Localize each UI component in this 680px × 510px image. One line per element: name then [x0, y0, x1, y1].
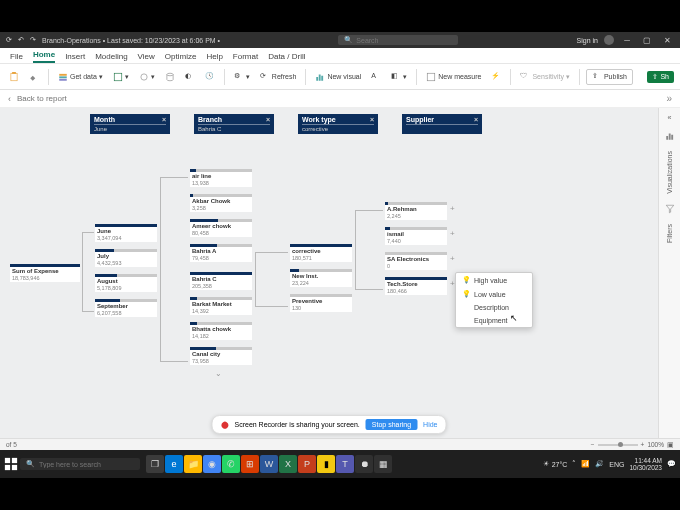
undo-icon[interactable]: ↶ [18, 36, 24, 44]
zoom-slider[interactable] [598, 444, 638, 446]
expand-plus-icon[interactable]: + [450, 204, 455, 213]
expand-down-icon[interactable]: ⌄ [215, 369, 222, 378]
tree-node-branch-selected[interactable]: Bahria C205,358 [190, 272, 252, 290]
tree-node-worktype[interactable]: Preventive130 [290, 294, 352, 312]
tab-view[interactable]: View [138, 50, 155, 63]
expand-plus-icon[interactable]: + [450, 229, 455, 238]
tab-file[interactable]: File [10, 50, 23, 63]
zoom-in-button[interactable]: + [641, 441, 645, 448]
language-icon[interactable]: ENG [609, 461, 624, 468]
tab-help[interactable]: Help [206, 50, 222, 63]
tree-node-branch[interactable]: Canal city73,958 [190, 347, 252, 365]
ctx-equipment[interactable]: Equipment [456, 314, 532, 327]
tree-node-branch[interactable]: Akbar Chowk3,258 [190, 194, 252, 212]
header-branch[interactable]: Branch×Bahria C [194, 114, 274, 134]
filters-label[interactable]: Filters [666, 224, 673, 243]
taskbar-search[interactable]: 🔍 [20, 458, 140, 470]
close-icon[interactable]: × [370, 116, 374, 123]
back-to-report-label[interactable]: Back to report [17, 94, 67, 103]
app-excel-icon[interactable]: X [279, 455, 297, 473]
app-powerbi-icon[interactable]: ▮ [317, 455, 335, 473]
app-teams-icon[interactable]: T [336, 455, 354, 473]
zoom-out-button[interactable]: − [591, 441, 595, 448]
tree-node-branch[interactable]: Ameer chowk80,458 [190, 219, 252, 237]
app-office-icon[interactable]: ⊞ [241, 455, 259, 473]
tree-node-supplier[interactable]: A.Rehman2,245 [385, 202, 447, 220]
tab-format[interactable]: Format [233, 50, 258, 63]
stop-sharing-button[interactable]: Stop sharing [366, 419, 417, 430]
tab-optimize[interactable]: Optimize [165, 50, 197, 63]
expand-plus-icon[interactable]: + [450, 254, 455, 263]
expand-plus-icon[interactable]: + [450, 279, 455, 288]
more-visuals-button[interactable]: ◧▾ [388, 70, 410, 84]
recent-button[interactable]: 🕓 [202, 70, 218, 84]
taskbar-search-input[interactable] [39, 461, 134, 468]
app-edge-icon[interactable]: e [165, 455, 183, 473]
visualizations-icon[interactable] [665, 131, 675, 141]
ctx-description[interactable]: Description [456, 301, 532, 314]
header-worktype[interactable]: Work type×corrective [298, 114, 378, 134]
tree-node-month[interactable]: June3,347,094 [95, 224, 157, 242]
back-chevron-icon[interactable]: ‹ [8, 94, 11, 104]
tree-node-branch[interactable]: Barkat Market14,392 [190, 297, 252, 315]
tree-node-month[interactable]: September6,207,558 [95, 299, 157, 317]
signin-label[interactable]: Sign in [577, 37, 598, 44]
clock[interactable]: 11:44 AM 10/30/2023 [629, 457, 662, 471]
tree-node-month[interactable]: August5,178,809 [95, 274, 157, 292]
split-context-menu[interactable]: 💡High value 💡Low value Description Equip… [455, 272, 533, 328]
textbox-button[interactable]: A [368, 70, 384, 84]
report-canvas[interactable]: Month×June Branch×Bahria C Work type×cor… [0, 108, 658, 438]
dataverse-button[interactable]: ◐ [182, 70, 198, 84]
visualizations-label[interactable]: Visualizations [666, 151, 673, 194]
app-chrome-icon[interactable]: ◉ [203, 455, 221, 473]
tree-node-supplier[interactable]: ismail7,440 [385, 227, 447, 245]
zoom-control[interactable]: − + 100% ▣ [591, 441, 674, 449]
volume-icon[interactable]: 🔊 [595, 460, 604, 468]
tree-node-supplier[interactable]: SA Electronics0 [385, 252, 447, 270]
notifications-icon[interactable]: 💬 [667, 460, 676, 468]
close-button[interactable]: ✕ [660, 36, 674, 45]
tab-data-drill[interactable]: Data / Drill [268, 50, 305, 63]
new-measure-button[interactable]: New measure [423, 70, 484, 84]
quick-measure-button[interactable]: ⚡ [488, 70, 504, 84]
tab-insert[interactable]: Insert [65, 50, 85, 63]
ctx-low-value[interactable]: 💡Low value [456, 287, 532, 301]
maximize-button[interactable]: ▢ [640, 36, 654, 45]
close-icon[interactable]: × [266, 116, 270, 123]
tree-root-node[interactable]: Sum of Expense18,783,946 [10, 264, 80, 282]
title-search-input[interactable] [356, 37, 446, 44]
tree-node-branch[interactable]: Bhatta chowk14,182 [190, 322, 252, 340]
app-ppt-icon[interactable]: P [298, 455, 316, 473]
app-whatsapp-icon[interactable]: ✆ [222, 455, 240, 473]
tree-node-branch[interactable]: Bahria A79,458 [190, 244, 252, 262]
get-data-button[interactable]: Get data▾ [55, 70, 106, 84]
title-search[interactable]: 🔍 [338, 35, 458, 45]
app-recorder-icon[interactable]: ⏺ [355, 455, 373, 473]
refresh-button[interactable]: ⟳Refresh [257, 70, 300, 84]
decomposition-tree[interactable]: Sum of Expense18,783,946 June3,347,094 J… [10, 144, 628, 428]
app-explorer-icon[interactable]: 📁 [184, 455, 202, 473]
minimize-button[interactable]: ─ [620, 36, 634, 45]
wifi-icon[interactable]: 📶 [581, 460, 590, 468]
app-misc-icon[interactable]: ▦ [374, 455, 392, 473]
tree-node-worktype-selected[interactable]: corrective180,571 [290, 244, 352, 262]
tab-modeling[interactable]: Modeling [95, 50, 127, 63]
ctx-high-value[interactable]: 💡High value [456, 273, 532, 287]
tree-node-month[interactable]: July4,432,593 [95, 249, 157, 267]
transform-button[interactable]: ⚙▾ [231, 70, 253, 84]
start-button[interactable] [4, 457, 18, 471]
tree-node-supplier[interactable]: Tech.Store180,466 [385, 277, 447, 295]
filters-icon[interactable] [665, 204, 675, 214]
new-visual-button[interactable]: New visual [312, 70, 364, 84]
redo-icon[interactable]: ↷ [30, 36, 36, 44]
collapse-panes-button[interactable]: » [666, 93, 672, 104]
task-view-icon[interactable]: ❐ [146, 455, 164, 473]
weather-widget[interactable]: ☀ 27°C [543, 460, 568, 468]
sql-button[interactable] [162, 70, 178, 84]
avatar[interactable] [604, 35, 614, 45]
datahub-button[interactable]: ▾ [136, 70, 158, 84]
hide-bar-button[interactable]: Hide [423, 421, 437, 428]
expand-panes-icon[interactable]: « [668, 114, 672, 121]
fit-page-icon[interactable]: ▣ [667, 441, 674, 449]
tree-node-branch[interactable]: air line13,938 [190, 169, 252, 187]
